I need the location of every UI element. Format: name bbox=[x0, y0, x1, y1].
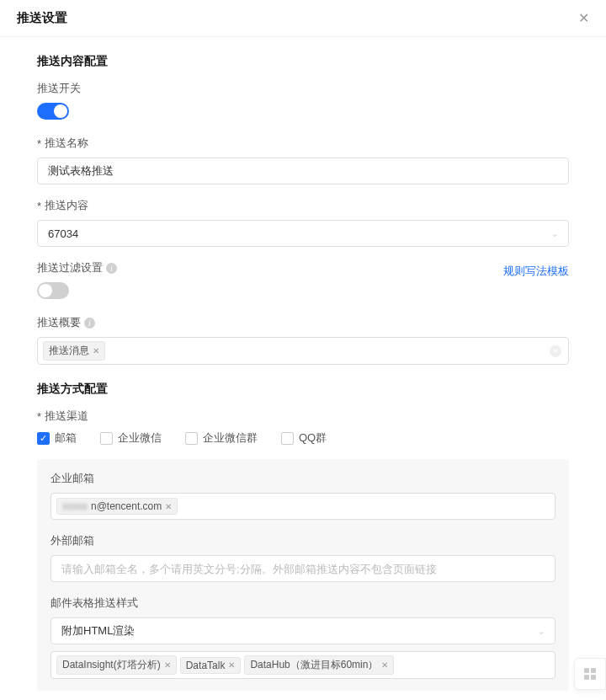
push-filter-toggle[interactable] bbox=[37, 282, 69, 299]
channel-email[interactable]: ✓ 邮箱 bbox=[37, 430, 77, 446]
tag-remove-icon[interactable]: ✕ bbox=[165, 502, 172, 511]
field-ext-email: 外部邮箱 bbox=[50, 533, 556, 582]
clear-icon[interactable]: ✕ bbox=[550, 345, 561, 357]
style-tag: DataInsight(灯塔分析) ✕ bbox=[56, 655, 177, 675]
modal-header: 推送设置 ✕ bbox=[0, 0, 606, 37]
push-content-value: 67034 bbox=[48, 227, 78, 240]
filter-template-link[interactable]: 规则写法模板 bbox=[503, 264, 569, 279]
section-content-config: 推送内容配置 bbox=[37, 54, 569, 69]
email-style-select[interactable]: 附加HTML渲染 ⌄ bbox=[50, 617, 556, 644]
push-summary-label: 推送概要 i bbox=[37, 315, 569, 330]
chevron-down-icon: ⌄ bbox=[538, 627, 545, 636]
style-tag: DataHub（激进目标60min） ✕ bbox=[244, 655, 394, 675]
field-push-name: *推送名称 bbox=[37, 136, 569, 184]
float-grid-button[interactable] bbox=[574, 658, 606, 690]
push-channel-label: *推送渠道 bbox=[37, 409, 569, 424]
section-method-config: 推送方式配置 bbox=[37, 382, 569, 397]
tag-remove-icon[interactable]: ✕ bbox=[381, 660, 388, 670]
checkbox-checked-icon: ✓ bbox=[37, 432, 50, 445]
style-tag: DataTalk ✕ bbox=[180, 657, 242, 674]
push-switch-label: 推送开关 bbox=[37, 81, 569, 96]
push-name-label: *推送名称 bbox=[37, 136, 569, 151]
push-switch-toggle[interactable] bbox=[37, 103, 69, 120]
push-name-input[interactable] bbox=[37, 158, 569, 184]
push-summary-input[interactable]: 推送消息 ✕ ✕ bbox=[37, 337, 569, 365]
corp-email-tag: xxxxxn@tencent.com ✕ bbox=[56, 498, 178, 515]
email-style-tags[interactable]: DataInsight(灯塔分析) ✕ DataTalk ✕ DataHub（激… bbox=[50, 651, 556, 679]
corp-email-input[interactable]: xxxxxn@tencent.com ✕ bbox=[50, 493, 556, 520]
summary-tag: 推送消息 ✕ bbox=[43, 341, 105, 361]
field-push-filter: 推送过滤设置 i 规则写法模板 bbox=[37, 260, 569, 302]
checkbox-icon bbox=[185, 432, 198, 445]
ext-email-input[interactable] bbox=[50, 555, 556, 582]
email-sub-panel: 企业邮箱 xxxxxn@tencent.com ✕ 外部邮箱 邮件表格推送样式 … bbox=[37, 459, 569, 691]
field-push-content: *推送内容 67034 ⌄ bbox=[37, 198, 569, 247]
corp-email-label: 企业邮箱 bbox=[50, 471, 556, 486]
push-content-select[interactable]: 67034 ⌄ bbox=[37, 220, 569, 247]
toggle-knob bbox=[39, 284, 52, 297]
close-icon[interactable]: ✕ bbox=[578, 12, 589, 25]
field-email-style: 邮件表格推送样式 附加HTML渲染 ⌄ DataInsight(灯塔分析) ✕ … bbox=[50, 596, 556, 679]
field-corp-email: 企业邮箱 xxxxxn@tencent.com ✕ bbox=[50, 471, 556, 520]
email-style-value: 附加HTML渲染 bbox=[61, 623, 135, 639]
toggle-knob bbox=[54, 104, 67, 118]
push-content-label: *推送内容 bbox=[37, 198, 569, 213]
grid-icon bbox=[584, 668, 596, 680]
checkbox-icon bbox=[281, 432, 294, 445]
info-icon: i bbox=[84, 318, 95, 329]
checkbox-icon bbox=[100, 432, 113, 445]
modal-title: 推送设置 bbox=[17, 10, 67, 26]
channel-qq-group[interactable]: QQ群 bbox=[281, 430, 327, 446]
channel-checkbox-group: ✓ 邮箱 企业微信 企业微信群 QQ群 bbox=[37, 430, 569, 446]
channel-wecom[interactable]: 企业微信 bbox=[100, 430, 162, 446]
field-push-channel: *推送渠道 ✓ 邮箱 企业微信 企业微信群 QQ群 bbox=[37, 409, 569, 446]
tag-remove-icon[interactable]: ✕ bbox=[164, 660, 171, 670]
push-filter-label: 推送过滤设置 i bbox=[37, 260, 117, 275]
ext-email-label: 外部邮箱 bbox=[50, 533, 556, 548]
modal-body: 推送内容配置 推送开关 *推送名称 *推送内容 67034 ⌄ 推送过滤设置 i… bbox=[0, 37, 606, 700]
field-push-summary: 推送概要 i 推送消息 ✕ ✕ bbox=[37, 315, 569, 365]
tag-remove-icon[interactable]: ✕ bbox=[228, 660, 235, 670]
info-icon: i bbox=[106, 263, 117, 274]
field-push-switch: 推送开关 bbox=[37, 81, 569, 122]
email-style-label: 邮件表格推送样式 bbox=[50, 596, 556, 611]
tag-remove-icon[interactable]: ✕ bbox=[93, 346, 99, 355]
channel-wecom-group[interactable]: 企业微信群 bbox=[185, 430, 258, 446]
chevron-down-icon: ⌄ bbox=[551, 229, 558, 238]
